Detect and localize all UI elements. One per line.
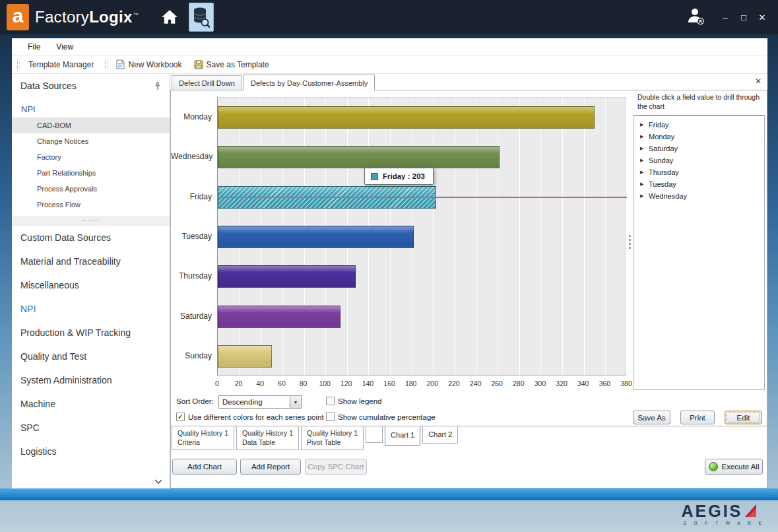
bottom-tab-chart-2[interactable]: Chart 2 [422, 426, 458, 444]
expand-arrow-icon[interactable]: ▶ [640, 170, 649, 175]
bottom-tab-quality-history-1-pivot-table[interactable]: Quality History 1Pivot Table [301, 426, 364, 450]
chart-bar-sunday[interactable] [218, 345, 272, 368]
show-legend-checkbox[interactable]: Show legend [326, 397, 382, 405]
drill-item-friday[interactable]: ▶Friday [634, 119, 764, 131]
brand-wordmark: FactoryLogix™ [35, 8, 139, 26]
execute-all-button[interactable]: Execute All [705, 459, 763, 475]
bottom-tab-spacer[interactable] [366, 426, 383, 443]
bottom-actions: Add Chart Add Report Copy SPC Chart Exec… [171, 452, 767, 488]
edit-button[interactable]: Edit [725, 411, 762, 424]
expand-arrow-icon[interactable]: ▶ [640, 146, 649, 151]
chart-bar-thursday[interactable] [218, 265, 356, 288]
aegis-wordmark: AEGIS [681, 503, 742, 519]
template-manager-button[interactable]: Template Manager [22, 55, 100, 73]
x-tick-340: 340 [577, 380, 589, 387]
chevron-down-icon[interactable] [154, 479, 163, 484]
sidebar-item-factory[interactable]: Factory [12, 149, 170, 165]
menu-view[interactable]: View [48, 42, 81, 51]
add-chart-button[interactable]: Add Chart [172, 459, 237, 475]
drill-item-monday[interactable]: ▶Monday [634, 131, 764, 143]
chart-category-label-monday: Monday [171, 106, 212, 128]
database-search-icon [193, 7, 210, 28]
sidebar-category-npi[interactable]: NPI [12, 297, 170, 321]
cumulative-checkbox[interactable]: Show cumulative percentage [326, 413, 436, 421]
sidebar-category-logistics[interactable]: Logistics [12, 440, 170, 463]
drill-item-label: Sunday [649, 156, 673, 164]
sidebar-item-change-notices[interactable]: Change Notices [12, 133, 170, 149]
data-explorer-button[interactable] [189, 3, 214, 32]
toolbar-grip-icon[interactable] [17, 59, 20, 69]
save-as-template-button[interactable]: Save as Template [188, 55, 275, 73]
bottom-tab-quality-history-1-data-table[interactable]: Quality History 1Data Table [236, 426, 299, 450]
drill-item-thursday[interactable]: ▶Thursday [634, 166, 764, 178]
new-workbook-button[interactable]: New Workbook [110, 55, 187, 73]
close-tab-icon[interactable]: ✕ [755, 77, 762, 86]
save-as-button[interactable]: Save As [633, 411, 670, 424]
sidebar-group-items: CAD-BOMChange NoticesFactoryPart Relatio… [12, 117, 170, 213]
sidebar-item-part-relationships[interactable]: Part Relationships [12, 165, 170, 181]
bottom-tab-quality-history-1-criteria[interactable]: Quality History 1Criteria [172, 426, 234, 450]
sidebar-group-npi[interactable]: NPI [12, 100, 170, 117]
sidebar-category-machine[interactable]: Machine [12, 392, 170, 416]
drill-item-wednesday[interactable]: ▶Wednesday [634, 190, 764, 202]
home-icon [161, 9, 178, 25]
titlebar: a FactoryLogix™ [0, 0, 778, 34]
chart-bar-wednesday[interactable] [218, 146, 500, 168]
logout-user-button[interactable] [686, 7, 705, 28]
home-button[interactable] [158, 6, 181, 28]
expand-arrow-icon[interactable]: ▶ [640, 193, 649, 199]
different-colors-box[interactable]: ✓ [176, 413, 185, 421]
doc-tab-defect-drill-down[interactable]: Defect Drill Down [172, 75, 242, 90]
expand-arrow-icon[interactable]: ▶ [640, 182, 649, 187]
window-bottom-accent [0, 488, 778, 500]
drill-item-sunday[interactable]: ▶Sunday [634, 154, 764, 166]
expand-arrow-icon[interactable]: ▶ [640, 158, 649, 163]
expand-arrow-icon[interactable]: ▶ [640, 134, 649, 139]
sidebar-category-production-wip-tracking[interactable]: Production & WIP Tracking [12, 321, 170, 345]
aegis-arrow-icon [744, 503, 757, 517]
toolbar-grip-icon[interactable] [105, 59, 108, 69]
dropdown-arrow-icon[interactable]: ▼ [290, 396, 301, 408]
sidebar-item-process-flow[interactable]: Process Flow [12, 197, 170, 213]
chart-category-label-tuesday: Tuesday [171, 225, 212, 248]
sidebar-category-spc[interactable]: SPC [12, 416, 170, 440]
sidebar-item-cad-bom[interactable]: CAD-BOM [12, 117, 170, 133]
chart-bar-monday[interactable] [218, 106, 595, 129]
panel-splitter[interactable] [626, 90, 633, 393]
sidebar-category-quality-and-test[interactable]: Quality and Test [12, 345, 170, 368]
pin-icon[interactable] [154, 82, 162, 90]
new-workbook-label: New Workbook [128, 60, 181, 69]
aegis-subtitle: S O F T W A R E [681, 521, 765, 525]
tooltip-label: Friday : 203 [383, 172, 425, 180]
sort-order-dropdown[interactable]: Descending ▼ [218, 395, 302, 409]
bottom-tab-chart-1[interactable]: Chart 1 [385, 426, 420, 446]
menu-file[interactable]: File [20, 42, 48, 51]
close-button[interactable]: ✕ [757, 13, 767, 22]
chart-category-label-friday: Friday [171, 185, 212, 208]
chart-bar-tuesday[interactable] [218, 226, 414, 248]
sidebar-category-system-administration[interactable]: System Administration [12, 368, 170, 392]
sidebar-category-custom-data-sources[interactable]: Custom Data Sources [12, 226, 170, 249]
chart-category-label-thursday: Thursday [171, 265, 212, 287]
expand-arrow-icon[interactable]: ▶ [640, 122, 649, 127]
doc-tab-defects-by-day-customer-assembly[interactable]: Defects by Day-Customer-Assembly [243, 75, 375, 90]
different-colors-checkbox[interactable]: ✓ Use different colors for each series p… [176, 413, 324, 421]
sidebar-category-miscellaneous[interactable]: Miscellaneous [12, 273, 170, 297]
chart-category-label-wednesday: Wednesday [171, 145, 212, 168]
show-legend-box[interactable] [326, 397, 335, 405]
main-toolbar: Template Manager New Workbook Save as Te… [12, 55, 767, 74]
sidebar-categories: Custom Data SourcesMaterial and Traceabi… [12, 226, 170, 463]
chart-bar-saturday[interactable] [218, 306, 340, 328]
sidebar-splitter[interactable]: ...... [12, 216, 170, 226]
drill-item-tuesday[interactable]: ▶Tuesday [634, 178, 764, 190]
minimize-button[interactable]: – [720, 13, 730, 22]
drill-item-saturday[interactable]: ▶Saturday [634, 143, 764, 154]
maximize-button[interactable]: □ [738, 13, 749, 22]
menubar: FileView [12, 38, 767, 55]
sidebar-item-process-approvals[interactable]: Process Approvals [12, 181, 170, 197]
sidebar-category-material-and-traceability[interactable]: Material and Traceability [12, 249, 170, 273]
x-tick-360: 360 [599, 380, 611, 387]
add-report-button[interactable]: Add Report [240, 459, 301, 475]
print-button[interactable]: Print [680, 411, 715, 424]
cumulative-box[interactable] [326, 413, 335, 421]
